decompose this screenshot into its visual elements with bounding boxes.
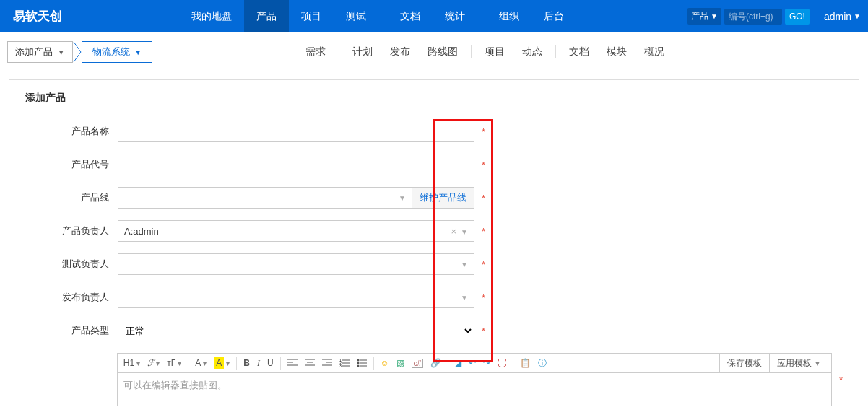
heading-dropdown[interactable]: H1▾ (121, 357, 143, 370)
label-release-owner: 发布负责人 (25, 291, 118, 304)
required-mark: * (482, 126, 485, 137)
clear-icon[interactable]: × (451, 226, 457, 237)
list-ol-icon: 123 (339, 359, 350, 367)
sub-plan[interactable]: 计划 (344, 41, 381, 63)
sub-project[interactable]: 项目 (476, 41, 513, 63)
label-product-owner: 产品负责人 (25, 224, 118, 237)
svg-point-5 (357, 365, 359, 367)
label-product-type: 产品类型 (25, 324, 118, 337)
breadcrumb-logistics[interactable]: 物流系统 ▼ (82, 41, 153, 63)
nav-mydash[interactable]: 我的地盘 (179, 0, 244, 32)
sub-doc[interactable]: 文档 (560, 41, 598, 63)
svg-text:3: 3 (339, 364, 342, 367)
highlight-button[interactable]: A▾ (211, 356, 233, 370)
image-button[interactable]: ▧ (394, 357, 407, 370)
caret-down-icon: ▼ (58, 48, 65, 56)
select-product-type[interactable]: 正常 (118, 320, 474, 341)
align-center-icon (305, 359, 315, 367)
font-size-dropdown[interactable]: тГ▾ (164, 357, 184, 370)
search-go-button[interactable]: GO! (785, 9, 810, 25)
fullscreen-button[interactable]: ⛶ (495, 357, 509, 370)
brand-logo: 易软天创 (0, 0, 75, 32)
sub-navbar: 添加产品 ▼ 物流系统 ▼ 需求 计划 发布 路线图 项目 动态 文档 模块 概… (0, 32, 868, 72)
svg-point-3 (357, 359, 359, 362)
align-left-icon (287, 359, 298, 367)
caret-down-icon: ▼ (134, 48, 142, 56)
required-mark: * (482, 326, 485, 336)
caret-down-icon: ▼ (461, 228, 468, 236)
input-product-name[interactable] (118, 121, 474, 142)
caret-down-icon: ▾ (178, 359, 181, 367)
add-product-dropdown[interactable]: 添加产品 ▼ (7, 41, 73, 63)
breadcrumb-arrow (73, 41, 82, 63)
required-mark: * (839, 375, 843, 385)
italic-button[interactable]: I (254, 357, 263, 370)
nav-org[interactable]: 组织 (487, 0, 531, 32)
required-mark: * (482, 160, 485, 170)
caret-down-icon: ▾ (156, 359, 160, 367)
add-product-panel: 添加产品 产品名称 * 产品代号 * 产品线 ▼ 维护产品线 * 产品负责人 A… (9, 79, 859, 415)
nav-product[interactable]: 产品 (244, 0, 289, 32)
redo-button[interactable]: ↷ (480, 357, 493, 370)
select-qa-owner[interactable]: ▼ (118, 253, 474, 275)
code-button[interactable]: c# (409, 357, 427, 370)
font-family-dropdown[interactable]: ℱ▾ (144, 357, 162, 370)
sub-roadmap[interactable]: 路线图 (419, 41, 466, 63)
apply-template-button[interactable]: 应用模板▼ (769, 354, 828, 373)
sub-overview[interactable]: 概况 (635, 41, 673, 63)
bold-button[interactable]: B (240, 357, 253, 370)
select-product-line[interactable]: ▼ (118, 187, 412, 209)
editor-toolbar: H1▾ ℱ▾ тГ▾ A▾ A▾ B I U 123 ☺ ▧ c# (117, 353, 832, 373)
chevron-right-icon (73, 41, 82, 63)
nav-separator (383, 9, 383, 24)
select-release-owner[interactable]: ▼ (118, 287, 474, 308)
user-menu[interactable]: admin▼ (817, 0, 868, 32)
nav-stats[interactable]: 统计 (433, 0, 477, 32)
eraser-button[interactable]: ◢ (452, 357, 464, 370)
search-input[interactable] (724, 9, 782, 25)
ordered-list-button[interactable]: 123 (337, 357, 352, 369)
text-color-button[interactable]: A▾ (192, 357, 209, 370)
help-button[interactable]: ⓘ (535, 356, 550, 371)
editor-textarea[interactable]: 可以在编辑器直接贴图。 (117, 373, 832, 406)
required-mark: * (482, 292, 485, 303)
caret-down-icon: ▼ (399, 194, 406, 202)
caret-down-icon: ▼ (711, 12, 718, 20)
paste-icon: 📋 (520, 358, 531, 368)
save-template-button[interactable]: 保存模板 (719, 354, 769, 373)
required-mark: * (482, 226, 485, 237)
nav-project[interactable]: 项目 (289, 0, 334, 32)
required-mark: * (482, 259, 485, 270)
panel-title: 添加产品 (25, 92, 843, 105)
input-product-code[interactable] (118, 154, 474, 175)
search-module-select[interactable]: 产品▼ (687, 8, 721, 25)
link-icon: 🔗 (430, 358, 441, 368)
nav-doc[interactable]: 文档 (388, 0, 433, 32)
eraser-icon: ◢ (455, 358, 461, 368)
align-left-button[interactable] (285, 357, 300, 369)
emoji-button[interactable]: ☺ (378, 357, 392, 370)
image-icon: ▧ (396, 358, 404, 368)
help-icon: ⓘ (538, 357, 547, 370)
underline-button[interactable]: U (264, 357, 277, 370)
nav-separator (482, 9, 482, 24)
smile-icon: ☺ (381, 358, 389, 368)
unordered-list-button[interactable] (354, 357, 370, 369)
sub-story[interactable]: 需求 (297, 41, 334, 63)
sub-dynamic[interactable]: 动态 (513, 41, 551, 63)
caret-down-icon: ▼ (814, 359, 821, 367)
label-qa-owner: 测试负责人 (25, 258, 118, 271)
align-center-button[interactable] (302, 357, 318, 369)
align-right-button[interactable] (319, 357, 335, 369)
paste-button[interactable]: 📋 (517, 357, 534, 370)
link-button[interactable]: 🔗 (428, 357, 444, 370)
undo-button[interactable]: ↶ (466, 357, 479, 370)
sub-module[interactable]: 模块 (598, 41, 635, 63)
maintain-line-button[interactable]: 维护产品线 (412, 187, 474, 209)
select-product-owner[interactable]: A:admin ×▼ (118, 220, 474, 242)
caret-down-icon: ▼ (854, 12, 861, 20)
sub-release[interactable]: 发布 (381, 41, 419, 63)
nav-admin[interactable]: 后台 (531, 0, 576, 32)
list-ul-icon (357, 359, 367, 367)
nav-test[interactable]: 测试 (334, 0, 378, 32)
